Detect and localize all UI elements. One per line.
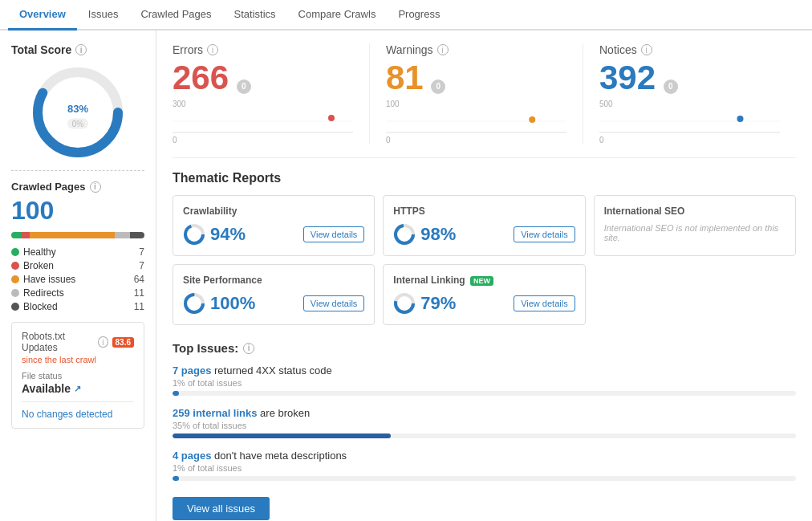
donut-chart: 83% 0% <box>30 64 126 161</box>
legend-redirects-count: 11 <box>134 287 144 299</box>
external-link-icon[interactable]: ↗ <box>74 384 81 394</box>
warnings-scale-bottom: 0 <box>386 136 566 144</box>
issue-row-3: 4 pages don't have meta descriptions 1% … <box>173 450 796 481</box>
thematic-site-performance-percent: 100% <box>183 292 255 315</box>
tab-crawled-pages[interactable]: Crawled Pages <box>129 0 222 31</box>
crawled-pages-bar <box>11 232 144 238</box>
legend-have-issues-label: Have issues <box>23 274 75 285</box>
site-performance-view-details-btn[interactable]: View details <box>303 295 365 311</box>
issue-2-bold: 259 internal links <box>173 407 258 419</box>
tab-issues[interactable]: Issues <box>77 0 130 31</box>
errors-info-icon[interactable]: i <box>207 44 218 55</box>
tab-compare-crawls[interactable]: Compare Crawls <box>287 0 388 31</box>
warnings-badge: 0 <box>431 79 445 94</box>
errors-label: Errors i <box>173 43 353 56</box>
notices-scale-max: 500 <box>599 100 613 108</box>
thematic-site-performance: Site Performance 100% View details <box>173 264 375 325</box>
main-layout: Total Score i 83% 0% C <box>0 31 812 521</box>
thematic-site-performance-title: Site Performance <box>183 275 364 286</box>
donut-percent: 83% <box>67 96 88 117</box>
robots-available: Available ↗ <box>22 382 134 395</box>
notices-scale-bottom: 0 <box>599 136 780 144</box>
robots-title-label: Robots.txt Updates <box>22 331 94 353</box>
thematic-crawlability-percent: 94% <box>183 223 246 246</box>
thematic-https-body: 98% View details <box>393 223 574 246</box>
legend-blocked-label: Blocked <box>23 301 58 312</box>
crawled-pages-title: Crawled Pages i <box>11 181 144 193</box>
errors-value: 266 <box>173 59 229 96</box>
issue-3-desc: 4 pages don't have meta descriptions <box>173 450 796 462</box>
issue-3-bar-fill <box>173 476 179 481</box>
errors-block: Errors i 266 0 300 <box>173 43 369 144</box>
notices-badge: 0 <box>664 79 678 94</box>
total-score-info-icon[interactable]: i <box>75 44 87 55</box>
warnings-scale-min: 0 <box>386 136 391 144</box>
donut-label: 83% 0% <box>67 96 88 129</box>
errors-scale-max: 300 <box>173 100 186 108</box>
notices-value: 392 <box>599 59 656 96</box>
warnings-spark-line <box>386 110 566 134</box>
warnings-scale: 100 <box>386 100 566 108</box>
issue-2-bar-fill <box>173 433 391 438</box>
total-score-label: Total Score <box>11 43 71 56</box>
issue-1-bold: 7 pages <box>173 364 211 377</box>
errors-scale-min: 0 <box>173 136 177 144</box>
robots-section: Robots.txt Updates i 83.6 since the last… <box>11 322 144 429</box>
warnings-sparkline: 100 0 <box>386 100 566 144</box>
dot-blocked <box>11 303 19 311</box>
score-symbol: % <box>79 103 88 115</box>
divider-1 <box>11 170 144 171</box>
legend-broken-count: 7 <box>139 260 144 271</box>
tab-progress[interactable]: Progress <box>387 0 451 31</box>
errors-sparkline: 300 0 <box>173 100 353 144</box>
notices-dot <box>737 116 744 122</box>
warnings-info-icon[interactable]: i <box>437 44 449 55</box>
robots-info-icon[interactable]: i <box>98 336 108 348</box>
crawled-pages-info-icon[interactable]: i <box>90 181 101 193</box>
https-view-details-btn[interactable]: View details <box>514 226 575 242</box>
thematic-https: HTTPS 98% View details <box>383 195 585 256</box>
crawlability-view-details-btn[interactable]: View details <box>303 226 365 242</box>
thematic-crawlability: Crawlability 94% View details <box>173 195 375 256</box>
bar-healthy <box>11 232 21 238</box>
notices-info-icon[interactable]: i <box>641 44 652 55</box>
robots-divider <box>22 401 134 402</box>
internal-linking-view-details-btn[interactable]: View details <box>514 295 575 311</box>
tab-overview[interactable]: Overview <box>8 0 77 31</box>
thematic-grid: Crawlability 94% View details HTTPS <box>173 195 796 325</box>
issue-3-bar-track <box>173 476 796 481</box>
top-issues-title: Top Issues: i <box>173 341 796 355</box>
errors-spark-svg <box>173 110 353 134</box>
view-all-issues-btn[interactable]: View all issues <box>173 497 270 520</box>
top-issues-info-icon[interactable]: i <box>243 343 254 354</box>
sidebar: Total Score i 83% 0% C <box>0 31 156 521</box>
site-performance-donut <box>183 292 205 315</box>
errors-scale: 300 <box>173 100 353 108</box>
tab-statistics[interactable]: Statistics <box>223 0 287 31</box>
internal-linking-donut <box>393 292 416 315</box>
notices-scale-min: 0 <box>599 136 604 144</box>
issue-row-1: 7 pages returned 4XX status code 1% of t… <box>173 364 796 396</box>
dot-redirects <box>11 289 19 297</box>
warnings-label-text: Warnings <box>386 43 433 56</box>
robots-badge: 83.6 <box>112 337 134 348</box>
thematic-https-percent: 98% <box>393 223 456 246</box>
warnings-label: Warnings i <box>386 43 566 56</box>
bar-redirects <box>115 232 129 238</box>
robots-file-status-label: File status <box>22 371 134 381</box>
notices-label-text: Notices <box>599 43 637 56</box>
thematic-crawlability-title: Crawlability <box>183 206 364 217</box>
thematic-site-performance-body: 100% View details <box>183 292 364 315</box>
bar-broken <box>21 232 30 238</box>
warnings-spark-svg <box>386 110 566 134</box>
dot-have-issues <box>11 275 19 283</box>
thematic-intl-seo-title: International SEO <box>604 206 786 217</box>
notices-spark-line <box>599 110 780 134</box>
legend-item-broken: Broken 7 <box>11 260 144 271</box>
legend-broken-label: Broken <box>23 260 54 271</box>
issue-2-bar-track <box>173 433 796 438</box>
notices-sparkline: 500 0 <box>599 100 780 144</box>
thematic-internal-linking-percent: 79% <box>393 292 456 315</box>
legend-item-healthy: Healthy 7 <box>11 246 144 258</box>
issue-3-bold: 4 pages <box>173 450 211 462</box>
